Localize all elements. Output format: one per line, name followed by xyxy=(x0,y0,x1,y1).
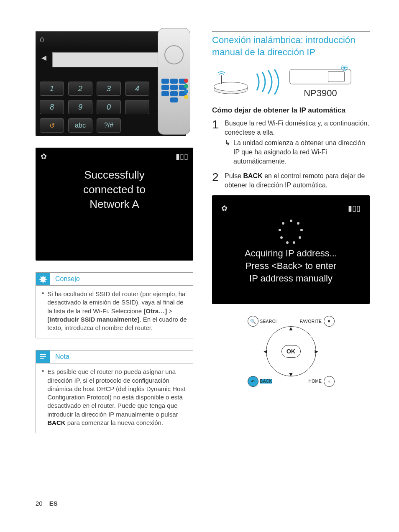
search-label: SEARCH xyxy=(260,319,279,324)
gear-icon: ✿ xyxy=(221,204,228,213)
wireless-waves-icon xyxy=(255,69,284,95)
svg-rect-2 xyxy=(40,358,44,359)
success-screen: ✿ ▮▯▯ Successfully connected to Network … xyxy=(36,148,193,261)
acquiring-line: Acquiring IP address... xyxy=(225,247,357,260)
acquiring-line: Press <Back> to enter xyxy=(225,260,357,272)
remote-control-overlay xyxy=(158,28,190,135)
gear-icon: ✿ xyxy=(41,152,47,161)
success-line: Network A xyxy=(44,197,185,212)
key-0[interactable]: 0 xyxy=(97,100,121,114)
undo-key[interactable]: ↺ xyxy=(40,118,64,133)
step-sub: La unidad comienza a obtener una direcci… xyxy=(225,138,370,166)
tip-title: Consejo xyxy=(54,274,82,284)
model-label: NP3900 xyxy=(289,88,352,99)
search-button[interactable]: 🔍 xyxy=(248,316,258,327)
step-number: 1 xyxy=(212,119,220,166)
home-icon: ⌂ xyxy=(40,35,44,43)
sub-heading: Cómo dejar de obtener la IP automática xyxy=(212,106,370,115)
svg-rect-7 xyxy=(328,72,345,82)
arrow-left-icon[interactable]: ◄ xyxy=(40,53,48,63)
key-9[interactable]: 9 xyxy=(68,100,92,114)
success-line: Successfully xyxy=(44,168,185,182)
acquiring-ip-screen: ✿ ▮▯▯ Acquiring IP address... Press <Bac… xyxy=(212,195,370,304)
language-code: ES xyxy=(49,500,58,507)
keypad-screen: ⌂ ▮▯▯ ◄ ► 1 2 3 4 8 9 0 ↺ abc ?/# xyxy=(36,31,186,136)
home-button[interactable]: ⌂ xyxy=(324,376,335,387)
ok-button[interactable]: OK xyxy=(281,345,301,358)
note-title: Nota xyxy=(54,351,71,362)
key-1[interactable]: 1 xyxy=(40,82,64,96)
acquiring-line: IP address manually xyxy=(225,272,357,285)
signal-icon: ▮▯▯ xyxy=(348,204,361,213)
home-label: HOME xyxy=(309,379,322,384)
tip-text: Si ha ocultado el SSID del router (por e… xyxy=(42,290,187,332)
favorite-button[interactable]: ♥ xyxy=(324,316,335,327)
page-footer: 20 ES xyxy=(36,500,58,507)
favorite-label: FAVORITE xyxy=(300,319,322,324)
page-number: 20 xyxy=(36,500,43,507)
spinner-icon xyxy=(279,220,304,245)
remote-navpad: OK ▲ ▼ ◄ ► 🔍 SEARCH ♥ FAVORITE ↶ BACK ⌂ … xyxy=(245,316,337,387)
tip-box: Consejo Si ha ocultado el SSID del route… xyxy=(36,272,193,338)
success-line: connected to xyxy=(44,182,185,197)
step-text: Pulse BACK en el control remoto para dej… xyxy=(225,172,365,189)
arrow-left-icon[interactable]: ◄ xyxy=(263,348,269,355)
svg-point-4 xyxy=(214,82,248,92)
speaker-device-icon xyxy=(289,65,352,87)
back-button[interactable]: ↶ xyxy=(248,376,258,387)
svg-rect-9 xyxy=(344,67,345,69)
section-title: Conexión inalámbrica: introducción manua… xyxy=(212,31,370,58)
step-number: 2 xyxy=(212,171,220,189)
note-text: Es posible que el router no pueda asigna… xyxy=(42,368,187,427)
step-1: 1 Busque la red Wi-Fi doméstica y, a con… xyxy=(212,119,370,166)
svg-rect-0 xyxy=(40,354,46,355)
note-box: Nota Es posible que el router no pueda a… xyxy=(36,350,193,433)
symbols-key[interactable]: ?/# xyxy=(97,118,121,133)
text-input-field[interactable] xyxy=(52,52,169,67)
arrow-right-icon[interactable]: ► xyxy=(314,348,320,355)
key-8[interactable]: 8 xyxy=(40,100,64,114)
router-icon xyxy=(212,69,250,95)
svg-rect-1 xyxy=(40,356,46,357)
tip-icon xyxy=(36,273,50,285)
arrow-up-icon[interactable]: ▲ xyxy=(288,325,294,332)
abc-key[interactable]: abc xyxy=(68,118,92,133)
back-label: BACK xyxy=(260,379,272,384)
arrow-down-icon[interactable]: ▼ xyxy=(288,371,294,378)
wireless-diagram: NP3900 xyxy=(212,65,370,99)
step-2: 2 Pulse BACK en el control remoto para d… xyxy=(212,171,370,189)
key-4[interactable]: 4 xyxy=(125,82,149,96)
note-icon xyxy=(36,350,50,363)
key-3[interactable]: 3 xyxy=(97,82,121,96)
step-text: Busque la red Wi-Fi doméstica y, a conti… xyxy=(225,119,370,137)
signal-icon: ▮▯▯ xyxy=(176,152,188,161)
key-blank[interactable] xyxy=(125,100,149,114)
key-2[interactable]: 2 xyxy=(68,82,92,96)
